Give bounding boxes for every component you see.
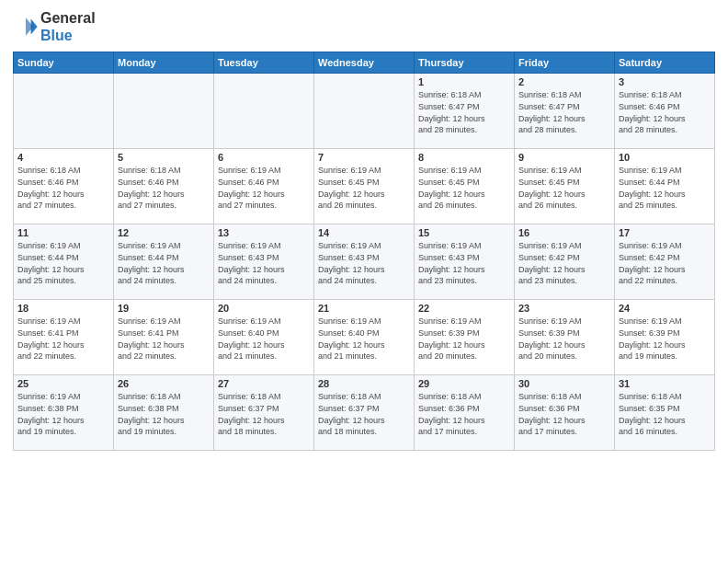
day-info: Sunrise: 6:18 AM Sunset: 6:37 PM Dayligh… — [318, 391, 410, 437]
day-info: Sunrise: 6:19 AM Sunset: 6:39 PM Dayligh… — [619, 316, 711, 362]
weekday-header: Thursday — [415, 52, 515, 74]
day-info: Sunrise: 6:19 AM Sunset: 6:46 PM Dayligh… — [218, 165, 310, 211]
day-info: Sunrise: 6:18 AM Sunset: 6:36 PM Dayligh… — [518, 391, 610, 437]
day-info: Sunrise: 6:18 AM Sunset: 6:47 PM Dayligh… — [418, 89, 510, 135]
day-info: Sunrise: 6:19 AM Sunset: 6:39 PM Dayligh… — [518, 316, 610, 362]
calendar-cell: 21Sunrise: 6:19 AM Sunset: 6:40 PM Dayli… — [314, 300, 415, 375]
day-number: 14 — [318, 227, 410, 238]
weekday-header: Saturday — [615, 52, 715, 74]
day-info: Sunrise: 6:19 AM Sunset: 6:43 PM Dayligh… — [418, 240, 510, 286]
day-info: Sunrise: 6:19 AM Sunset: 6:38 PM Dayligh… — [17, 391, 109, 437]
calendar-cell: 15Sunrise: 6:19 AM Sunset: 6:43 PM Dayli… — [415, 224, 515, 300]
calendar-cell: 25Sunrise: 6:19 AM Sunset: 6:38 PM Dayli… — [14, 375, 114, 451]
calendar-cell: 11Sunrise: 6:19 AM Sunset: 6:44 PM Dayli… — [14, 224, 114, 300]
day-info: Sunrise: 6:19 AM Sunset: 6:44 PM Dayligh… — [118, 240, 210, 286]
calendar-cell: 23Sunrise: 6:19 AM Sunset: 6:39 PM Dayli… — [515, 300, 615, 375]
day-info: Sunrise: 6:19 AM Sunset: 6:40 PM Dayligh… — [218, 316, 310, 362]
day-number: 30 — [518, 378, 610, 389]
day-number: 8 — [418, 152, 510, 163]
day-info: Sunrise: 6:19 AM Sunset: 6:41 PM Dayligh… — [17, 316, 109, 362]
day-number: 25 — [17, 378, 109, 389]
day-number: 17 — [619, 227, 711, 238]
calendar-cell: 30Sunrise: 6:18 AM Sunset: 6:36 PM Dayli… — [515, 375, 615, 451]
svg-marker-1 — [26, 17, 33, 36]
day-info: Sunrise: 6:19 AM Sunset: 6:44 PM Dayligh… — [619, 165, 711, 211]
calendar-cell: 18Sunrise: 6:19 AM Sunset: 6:41 PM Dayli… — [14, 300, 114, 375]
calendar-header-row: SundayMondayTuesdayWednesdayThursdayFrid… — [14, 52, 715, 74]
calendar-cell: 16Sunrise: 6:19 AM Sunset: 6:42 PM Dayli… — [515, 224, 615, 300]
day-info: Sunrise: 6:19 AM Sunset: 6:44 PM Dayligh… — [17, 240, 109, 286]
calendar-cell: 7Sunrise: 6:19 AM Sunset: 6:45 PM Daylig… — [314, 149, 415, 224]
day-number: 15 — [418, 227, 510, 238]
day-number: 19 — [118, 303, 210, 314]
day-number: 29 — [418, 378, 510, 389]
day-number: 4 — [17, 152, 109, 163]
day-number: 2 — [518, 76, 610, 87]
calendar-cell: 26Sunrise: 6:18 AM Sunset: 6:38 PM Dayli… — [114, 375, 214, 451]
calendar-week-row: 11Sunrise: 6:19 AM Sunset: 6:44 PM Dayli… — [14, 224, 715, 300]
day-number: 22 — [418, 303, 510, 314]
day-number: 21 — [318, 303, 410, 314]
calendar-cell: 29Sunrise: 6:18 AM Sunset: 6:36 PM Dayli… — [415, 375, 515, 451]
day-info: Sunrise: 6:18 AM Sunset: 6:37 PM Dayligh… — [218, 391, 310, 437]
day-number: 26 — [118, 378, 210, 389]
calendar-cell: 28Sunrise: 6:18 AM Sunset: 6:37 PM Dayli… — [314, 375, 415, 451]
calendar-table: SundayMondayTuesdayWednesdayThursdayFrid… — [13, 52, 715, 451]
calendar-cell: 19Sunrise: 6:19 AM Sunset: 6:41 PM Dayli… — [114, 300, 214, 375]
calendar-cell — [114, 74, 214, 149]
calendar-cell: 17Sunrise: 6:19 AM Sunset: 6:42 PM Dayli… — [615, 224, 715, 300]
day-info: Sunrise: 6:18 AM Sunset: 6:35 PM Dayligh… — [619, 391, 711, 437]
calendar-cell: 4Sunrise: 6:18 AM Sunset: 6:46 PM Daylig… — [14, 149, 114, 224]
day-number: 16 — [518, 227, 610, 238]
calendar-cell: 5Sunrise: 6:18 AM Sunset: 6:46 PM Daylig… — [114, 149, 214, 224]
day-info: Sunrise: 6:18 AM Sunset: 6:47 PM Dayligh… — [518, 89, 610, 135]
day-number: 31 — [619, 378, 711, 389]
day-info: Sunrise: 6:19 AM Sunset: 6:43 PM Dayligh… — [218, 240, 310, 286]
calendar-cell: 27Sunrise: 6:18 AM Sunset: 6:37 PM Dayli… — [214, 375, 314, 451]
calendar-cell: 8Sunrise: 6:19 AM Sunset: 6:45 PM Daylig… — [415, 149, 515, 224]
logo: General Blue — [13, 9, 96, 44]
calendar-cell — [314, 74, 415, 149]
day-info: Sunrise: 6:19 AM Sunset: 6:45 PM Dayligh… — [318, 165, 410, 211]
calendar-cell: 14Sunrise: 6:19 AM Sunset: 6:43 PM Dayli… — [314, 224, 415, 300]
day-info: Sunrise: 6:18 AM Sunset: 6:38 PM Dayligh… — [118, 391, 210, 437]
weekday-header: Monday — [114, 52, 214, 74]
day-number: 10 — [619, 152, 711, 163]
day-number: 5 — [118, 152, 210, 163]
calendar-cell: 20Sunrise: 6:19 AM Sunset: 6:40 PM Dayli… — [214, 300, 314, 375]
calendar-week-row: 1Sunrise: 6:18 AM Sunset: 6:47 PM Daylig… — [14, 74, 715, 149]
calendar-cell: 3Sunrise: 6:18 AM Sunset: 6:46 PM Daylig… — [615, 74, 715, 149]
day-number: 13 — [218, 227, 310, 238]
logo-text: General Blue — [40, 9, 96, 44]
logo-icon — [13, 14, 39, 40]
day-info: Sunrise: 6:19 AM Sunset: 6:42 PM Dayligh… — [619, 240, 711, 286]
day-info: Sunrise: 6:18 AM Sunset: 6:36 PM Dayligh… — [418, 391, 510, 437]
calendar-cell: 13Sunrise: 6:19 AM Sunset: 6:43 PM Dayli… — [214, 224, 314, 300]
calendar-cell: 12Sunrise: 6:19 AM Sunset: 6:44 PM Dayli… — [114, 224, 214, 300]
calendar-cell — [14, 74, 114, 149]
day-info: Sunrise: 6:19 AM Sunset: 6:39 PM Dayligh… — [418, 316, 510, 362]
calendar-week-row: 4Sunrise: 6:18 AM Sunset: 6:46 PM Daylig… — [14, 149, 715, 224]
calendar-cell: 22Sunrise: 6:19 AM Sunset: 6:39 PM Dayli… — [415, 300, 515, 375]
calendar-cell: 9Sunrise: 6:19 AM Sunset: 6:45 PM Daylig… — [515, 149, 615, 224]
calendar-week-row: 18Sunrise: 6:19 AM Sunset: 6:41 PM Dayli… — [14, 300, 715, 375]
page: General Blue SundayMondayTuesdayWednesda… — [0, 0, 728, 563]
calendar-week-row: 25Sunrise: 6:19 AM Sunset: 6:38 PM Dayli… — [14, 375, 715, 451]
day-number: 11 — [17, 227, 109, 238]
calendar-body: 1Sunrise: 6:18 AM Sunset: 6:47 PM Daylig… — [14, 74, 715, 451]
day-number: 7 — [318, 152, 410, 163]
calendar-cell: 10Sunrise: 6:19 AM Sunset: 6:44 PM Dayli… — [615, 149, 715, 224]
day-number: 28 — [318, 378, 410, 389]
day-number: 1 — [418, 76, 510, 87]
day-info: Sunrise: 6:18 AM Sunset: 6:46 PM Dayligh… — [619, 89, 711, 135]
day-number: 12 — [118, 227, 210, 238]
weekday-header: Wednesday — [314, 52, 415, 74]
day-number: 6 — [218, 152, 310, 163]
day-number: 27 — [218, 378, 310, 389]
day-number: 9 — [518, 152, 610, 163]
day-info: Sunrise: 6:19 AM Sunset: 6:42 PM Dayligh… — [518, 240, 610, 286]
day-info: Sunrise: 6:19 AM Sunset: 6:45 PM Dayligh… — [518, 165, 610, 211]
day-info: Sunrise: 6:19 AM Sunset: 6:41 PM Dayligh… — [118, 316, 210, 362]
weekday-header: Sunday — [14, 52, 114, 74]
day-info: Sunrise: 6:19 AM Sunset: 6:43 PM Dayligh… — [318, 240, 410, 286]
